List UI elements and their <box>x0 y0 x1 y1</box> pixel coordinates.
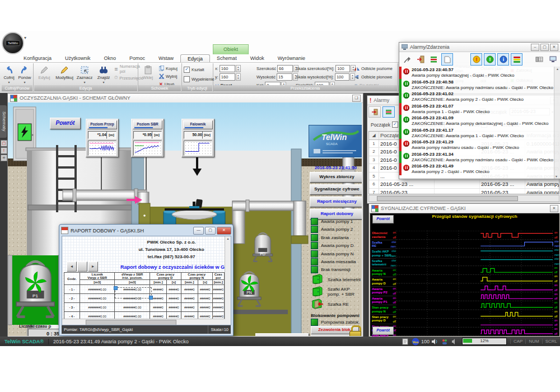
report-cell[interactable]: #####0 <box>212 285 224 294</box>
tab-schemat[interactable]: Schemat <box>210 54 244 62</box>
edit-button[interactable]: Edytuj <box>35 65 54 85</box>
report-cell[interactable]: #####0 <box>198 303 212 312</box>
tab-wyrównanie[interactable]: Wyrównanie <box>271 54 312 62</box>
restore-window-icon[interactable]: ❏ <box>352 95 361 102</box>
tab-pomoc[interactable]: Pomoc <box>123 54 152 62</box>
report-cell[interactable]: #####0 <box>166 303 181 312</box>
report-cell[interactable]: #####0 <box>150 303 167 312</box>
fill-checkbox[interactable]: Wypełnienie <box>184 76 214 82</box>
maximize-icon[interactable]: ▢ <box>205 227 216 235</box>
alarm-table-row[interactable]: 72016-05-23 ...2016-05-23 ...Awaria pomp… <box>369 189 559 195</box>
popup-vscrollbar[interactable]: ▴▾ <box>554 67 560 179</box>
alarm-mini-icon[interactable]: ! <box>1 147 7 154</box>
panel-title-button[interactable]: Falownik <box>183 120 213 129</box>
spinner-icon[interactable]: ▲▼ <box>236 65 241 72</box>
obiekt-button[interactable]: Obiekt <box>213 44 249 55</box>
schematic-mini-icon[interactable]: ▢ <box>1 140 7 147</box>
report-hscrollbar[interactable] <box>62 319 225 325</box>
panel-trend-chart[interactable] <box>88 141 116 156</box>
filter-początek[interactable]: Początek✓ <box>371 122 398 128</box>
report-cell[interactable]: #####0 <box>166 312 181 320</box>
event-list-icon[interactable] <box>428 53 440 66</box>
chart-mini-icon[interactable]: ≋ <box>1 155 7 161</box>
alarm-list-view-icon[interactable] <box>382 106 395 118</box>
field-value[interactable]: 100 <box>335 73 349 81</box>
exit-icon[interactable] <box>414 53 426 66</box>
app-menu-button[interactable]: TelWin <box>2 32 24 54</box>
alarm-event[interactable]: 2016-05-23 23:41.34ZAKOŃCZENIE: Awaria p… <box>399 151 554 164</box>
alarm-event[interactable]: 2016-05-23 23:41.09ZAKOŃCZENIE: Awaria p… <box>399 115 554 127</box>
report-titlebar[interactable]: RAPORT DOBOWY - GĄSKI.SH — ▢ ✕ <box>61 226 231 235</box>
report-cell[interactable]: #####0 <box>166 294 181 303</box>
alarm-event[interactable]: 2016-05-23 23:41.29Awaria pompy nadmiaru… <box>399 139 554 151</box>
sidebar-button-sygnalizacje-cyfrowe[interactable]: Sygnalizacje cyfrowe <box>310 184 362 195</box>
report-cell[interactable]: #####0 <box>198 285 212 294</box>
copy-item[interactable]: Kopiuj <box>159 65 178 72</box>
new-page-icon[interactable] <box>441 53 453 66</box>
field-value[interactable]: 160 <box>220 65 235 72</box>
alarm-table-row[interactable]: 62016-05-23 ...2016-05-23 ...Awaria pomp… <box>369 180 559 189</box>
alarm-table-hscrollbar[interactable] <box>368 195 559 202</box>
panel-poziom-sbr[interactable]: Poziom SBR*0.95[m] <box>131 119 164 157</box>
tab-widok[interactable]: Widok <box>244 54 271 62</box>
report-cell[interactable]: #####0 <box>181 294 198 303</box>
report-cell[interactable]: #####0 <box>181 303 198 312</box>
shape-checkbox[interactable]: ✓Kształt <box>184 66 204 73</box>
exit-icon[interactable] <box>368 106 381 118</box>
minimize-icon[interactable]: — <box>193 227 204 235</box>
report-cell[interactable]: #######0.00 <box>80 303 115 312</box>
alarm-event[interactable]: 2016-05-23 23:41.17ZAKOŃCZENIE: Awaria p… <box>399 127 554 139</box>
report-cell[interactable]: #####0 <box>212 312 224 320</box>
report-cell[interactable]: #######0.00 <box>115 312 150 320</box>
end-events-icon[interactable]: ! <box>484 53 496 66</box>
report-cell[interactable]: #####0 <box>181 312 198 320</box>
cut-item[interactable]: Wytnij <box>159 73 177 80</box>
pin-icon[interactable] <box>401 53 413 66</box>
digital-back-button-top[interactable]: Powrót <box>372 215 394 223</box>
report-cell[interactable]: #####0 <box>198 294 212 303</box>
sidebar-button-raport-miesięczny[interactable]: Raport miesięczny <box>310 197 362 207</box>
back-button[interactable]: Powrót <box>50 118 81 129</box>
speaker-muted-icon[interactable] <box>451 339 457 344</box>
report-tray-icon[interactable] <box>402 338 408 345</box>
digital-window-titlebar[interactable]: SYGNALIZACJE CYFROWE - GĄSKI ✕ <box>369 204 560 213</box>
flip-vertical-button[interactable]: Odbicie pionowe <box>354 73 392 80</box>
popup-titlebar[interactable]: Alarmy/Zdarzenia – ▢ ✕ <box>399 43 560 52</box>
select-button[interactable]: Zaznacz▾ <box>75 65 94 85</box>
find-button[interactable]: Znajdź▾ <box>94 65 113 85</box>
report-cell[interactable]: #######0.00 <box>80 312 115 320</box>
close-icon[interactable]: ✕ <box>550 205 558 212</box>
maximize-icon[interactable]: ▢ <box>540 44 549 51</box>
sort-corner-icon[interactable]: ◢ <box>369 132 379 139</box>
tab-schematy[interactable]: Schematy <box>0 105 7 138</box>
panel-poziom-przep[interactable]: Poziom Przep*1.04[m] <box>86 119 119 157</box>
report-cell[interactable]: #####0 <box>181 285 198 294</box>
tab-edycja[interactable]: Edycja <box>180 54 210 62</box>
panel-trend-chart[interactable] <box>184 141 212 156</box>
field-numbering-item[interactable]: ≣Numeracja pól <box>114 66 140 72</box>
vox-icon[interactable]: Vox <box>412 338 419 346</box>
report-cell[interactable]: #######0.00 <box>80 285 115 294</box>
warning-events-icon[interactable]: ! <box>470 53 482 66</box>
report-cell[interactable]: #####0 <box>212 303 224 312</box>
panel-trend-chart[interactable] <box>133 141 162 156</box>
page-next-button[interactable]: ▸ <box>88 262 98 272</box>
report-cell[interactable]: #######0.00 <box>115 303 150 312</box>
modify-button[interactable]: Modyfikuj <box>55 65 74 85</box>
tab-okno[interactable]: Okno <box>97 54 123 62</box>
selected-cell-outline[interactable] <box>115 287 152 298</box>
panel-falownik[interactable]: Falownik50.00[Hz] <box>181 119 214 157</box>
close-icon[interactable]: ✕ <box>550 44 558 51</box>
sidebar-button-wykres-zbiorczy[interactable]: Wykres zbiorczy <box>310 172 362 183</box>
page-prev-button[interactable]: ◂ <box>67 262 77 272</box>
info-events-icon[interactable]: i <box>497 53 509 66</box>
report-cell[interactable]: #####0 <box>212 294 224 303</box>
alarm-event[interactable]: 2016-05-23 23:40.57Awaria pompy dekantac… <box>399 67 554 79</box>
digital-back-button-bottom[interactable]: Powrót <box>372 326 394 335</box>
speaker-icon[interactable] <box>431 339 438 344</box>
report-cell[interactable]: #####0 <box>198 312 212 320</box>
report-cell[interactable]: #####0 <box>166 285 181 294</box>
schematic-window-titlebar[interactable]: OCZYSZCZALNIA GĄSKI - SCHEMAT GŁÓWNY ❏ <box>8 94 363 103</box>
layers-icon[interactable] <box>511 53 522 66</box>
flip-horizontal-button[interactable]: Odbicie poziome <box>354 65 393 72</box>
